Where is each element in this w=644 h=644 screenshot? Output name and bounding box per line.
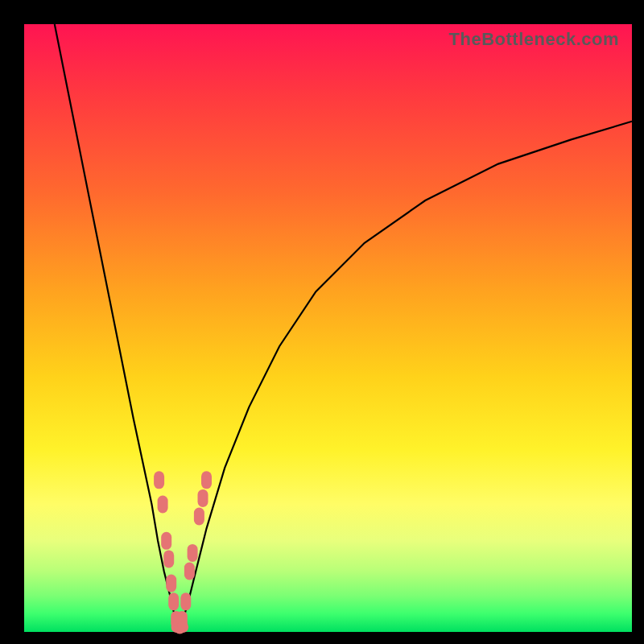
chart-frame: TheBottleneck.com bbox=[0, 0, 644, 644]
bead-marker bbox=[194, 508, 204, 526]
bead-dot bbox=[177, 621, 188, 633]
curves-group bbox=[55, 24, 632, 629]
bead-marker bbox=[184, 563, 195, 580]
curve-right-curve bbox=[181, 122, 632, 629]
bead-marker bbox=[154, 471, 164, 489]
bead-marker bbox=[180, 592, 191, 610]
bead-marker bbox=[158, 496, 168, 514]
curve-left-curve bbox=[55, 24, 178, 629]
chart-svg bbox=[24, 24, 632, 632]
bead-marker bbox=[188, 544, 198, 562]
beads-group bbox=[154, 471, 212, 634]
bead-marker bbox=[163, 550, 174, 568]
bead-marker bbox=[168, 592, 179, 610]
bead-marker bbox=[198, 489, 208, 507]
plot-area: TheBottleneck.com bbox=[24, 24, 632, 632]
bead-marker bbox=[166, 575, 176, 592]
bead-marker bbox=[161, 532, 171, 550]
bead-marker bbox=[201, 471, 212, 489]
